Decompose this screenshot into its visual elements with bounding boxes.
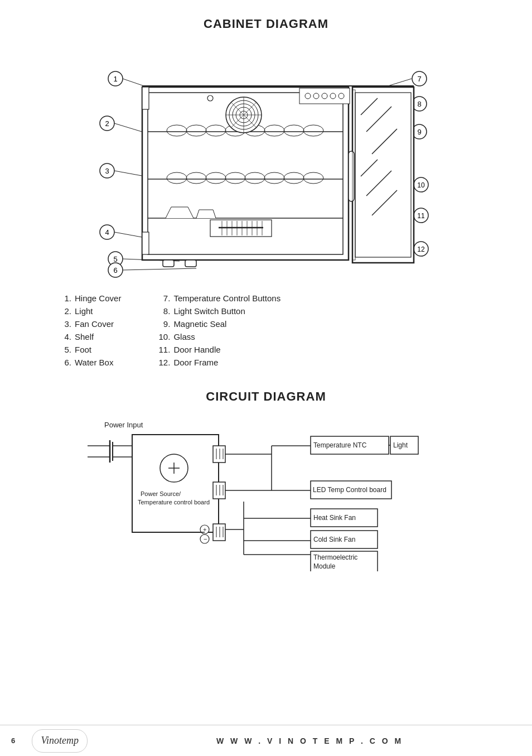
circuit-diagram: Power Input Power Source/ <box>33 415 499 571</box>
footer-url: W W W . V I N O T E M P . C O M <box>99 736 521 745</box>
cabinet-svg: 1 2 3 4 5 6 <box>76 42 456 282</box>
part-item-3: 3. Fan Cover <box>56 319 121 329</box>
svg-rect-89 <box>355 93 411 257</box>
svg-text:Temperature control board: Temperature control board <box>138 499 210 505</box>
svg-text:Heat Sink Fan: Heat Sink Fan <box>313 514 356 522</box>
logo: Vinotemp <box>32 729 88 753</box>
svg-text:10: 10 <box>417 181 425 189</box>
svg-text:9: 9 <box>417 128 421 136</box>
svg-text:LED Temp Control board: LED Temp Control board <box>313 486 386 494</box>
svg-text:Light: Light <box>393 441 408 449</box>
part-item-12: 12. Door Frame <box>154 358 280 367</box>
part-item-2: 2. Light <box>56 306 121 316</box>
part-item-8: 8. Light Switch Button <box>154 306 280 316</box>
svg-text:4: 4 <box>105 228 109 237</box>
svg-text:Cold Sink Fan: Cold Sink Fan <box>313 536 355 543</box>
svg-rect-111 <box>213 446 225 463</box>
part-num-5: 5. <box>56 345 71 354</box>
part-num-3: 3. <box>56 319 71 329</box>
svg-rect-79 <box>185 260 196 267</box>
part-num-11: 11. <box>154 345 170 354</box>
part-item-9: 9. Magnetic Seal <box>154 319 280 329</box>
circuit-title: CIRCUIT DIAGRAM <box>33 389 499 404</box>
part-label-5: Foot <box>75 345 91 354</box>
svg-text:12: 12 <box>417 245 425 253</box>
svg-text:11: 11 <box>417 212 425 220</box>
part-num-1: 1. <box>56 293 71 303</box>
svg-rect-82 <box>299 88 350 104</box>
svg-text:7: 7 <box>417 75 421 83</box>
part-label-1: Hinge Cover <box>75 293 121 303</box>
svg-text:Power Source/: Power Source/ <box>141 490 181 497</box>
part-label-7: Temperature Control Buttons <box>173 293 280 303</box>
svg-text:8: 8 <box>417 100 421 108</box>
power-input-label: Power Input <box>104 421 143 429</box>
part-item-5: 5. Foot <box>56 345 121 354</box>
svg-text:+: + <box>203 526 206 533</box>
part-item-4: 4. Shelf <box>56 332 121 341</box>
svg-rect-78 <box>163 260 174 267</box>
cabinet-title: CABINET DIAGRAM <box>33 17 499 31</box>
cabinet-diagram: 1 2 3 4 5 6 <box>33 42 499 282</box>
svg-text:1: 1 <box>113 75 117 83</box>
part-label-12: Door Frame <box>173 358 218 367</box>
part-label-11: Door Handle <box>173 345 220 354</box>
svg-text:Thermoelectric: Thermoelectric <box>313 553 357 561</box>
footer: 6 Vinotemp W W W . V I N O T E M P . C O… <box>0 725 532 756</box>
part-num-8: 8. <box>154 306 170 316</box>
part-label-10: Glass <box>173 332 195 341</box>
part-num-10: 10. <box>154 332 170 341</box>
part-num-12: 12. <box>154 358 170 367</box>
cabinet-svg-container: 1 2 3 4 5 6 <box>76 42 456 282</box>
part-label-3: Fan Cover <box>75 319 114 329</box>
svg-rect-139 <box>213 524 225 541</box>
part-num-2: 2. <box>56 306 71 316</box>
svg-text:3: 3 <box>105 167 109 175</box>
part-item-11: 11. Door Handle <box>154 345 280 354</box>
svg-text:Module: Module <box>313 562 336 570</box>
part-item-6: 6. Water Box <box>56 358 121 367</box>
page-content: CABINET DIAGRAM 1 2 3 4 <box>0 0 532 616</box>
part-num-6: 6. <box>56 358 71 367</box>
parts-list: 1. Hinge Cover 2. Light 3. Fan Cover 4. … <box>33 293 499 367</box>
part-num-9: 9. <box>154 319 170 329</box>
svg-text:6: 6 <box>113 266 117 275</box>
svg-line-17 <box>123 268 196 270</box>
part-label-9: Magnetic Seal <box>173 319 226 329</box>
part-item-7: 7. Temperature Control Buttons <box>154 293 280 303</box>
part-item-1: 1. Hinge Cover <box>56 293 121 303</box>
page-number: 6 <box>11 736 15 745</box>
circuit-svg: Power Input Power Source/ <box>71 415 461 571</box>
part-label-2: Light <box>75 306 93 316</box>
part-item-10: 10. Glass <box>154 332 280 341</box>
svg-text:5: 5 <box>113 255 117 263</box>
part-num-4: 4. <box>56 332 71 341</box>
circuit-section: CIRCUIT DIAGRAM Power Input <box>33 389 499 571</box>
svg-text:Temperature NTC: Temperature NTC <box>313 441 367 449</box>
svg-rect-115 <box>213 482 225 499</box>
svg-rect-105 <box>132 435 219 532</box>
parts-col-right: 7. Temperature Control Buttons 8. Light … <box>154 293 280 367</box>
part-label-6: Water Box <box>75 358 113 367</box>
svg-text:2: 2 <box>105 119 109 128</box>
part-num-7: 7. <box>154 293 170 303</box>
part-label-8: Light Switch Button <box>173 306 245 316</box>
parts-col-left: 1. Hinge Cover 2. Light 3. Fan Cover 4. … <box>56 293 121 367</box>
svg-rect-81 <box>142 232 149 254</box>
svg-text:−: − <box>204 536 207 542</box>
svg-rect-96 <box>349 151 354 201</box>
svg-rect-80 <box>142 87 149 109</box>
part-label-4: Shelf <box>75 332 94 341</box>
